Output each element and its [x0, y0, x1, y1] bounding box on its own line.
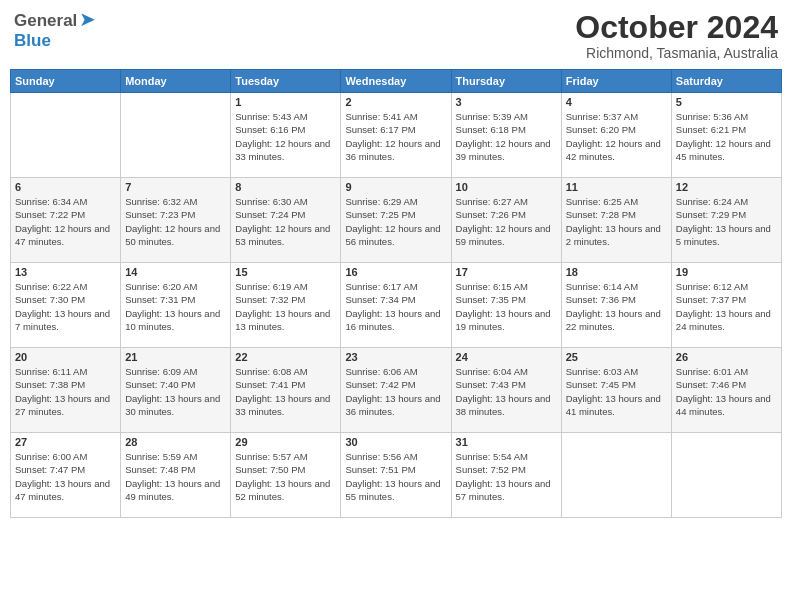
day-number: 8: [235, 181, 336, 193]
day-info: Sunrise: 6:08 AMSunset: 7:41 PMDaylight:…: [235, 365, 336, 418]
calendar-day-cell: 13Sunrise: 6:22 AMSunset: 7:30 PMDayligh…: [11, 263, 121, 348]
calendar-day-cell: 10Sunrise: 6:27 AMSunset: 7:26 PMDayligh…: [451, 178, 561, 263]
title-area: October 2024 Richmond, Tasmania, Austral…: [575, 10, 778, 61]
weekday-header-tuesday: Tuesday: [231, 70, 341, 93]
calendar-day-cell: 29Sunrise: 5:57 AMSunset: 7:50 PMDayligh…: [231, 433, 341, 518]
location: Richmond, Tasmania, Australia: [575, 45, 778, 61]
calendar-day-cell: [11, 93, 121, 178]
calendar-day-cell: 12Sunrise: 6:24 AMSunset: 7:29 PMDayligh…: [671, 178, 781, 263]
calendar-day-cell: 27Sunrise: 6:00 AMSunset: 7:47 PMDayligh…: [11, 433, 121, 518]
calendar-week-5: 27Sunrise: 6:00 AMSunset: 7:47 PMDayligh…: [11, 433, 782, 518]
calendar-day-cell: 17Sunrise: 6:15 AMSunset: 7:35 PMDayligh…: [451, 263, 561, 348]
day-number: 9: [345, 181, 446, 193]
calendar-day-cell: 3Sunrise: 5:39 AMSunset: 6:18 PMDaylight…: [451, 93, 561, 178]
day-number: 1: [235, 96, 336, 108]
day-number: 21: [125, 351, 226, 363]
day-number: 16: [345, 266, 446, 278]
calendar-day-cell: 5Sunrise: 5:36 AMSunset: 6:21 PMDaylight…: [671, 93, 781, 178]
day-info: Sunrise: 6:04 AMSunset: 7:43 PMDaylight:…: [456, 365, 557, 418]
day-info: Sunrise: 6:30 AMSunset: 7:24 PMDaylight:…: [235, 195, 336, 248]
day-number: 31: [456, 436, 557, 448]
day-info: Sunrise: 6:09 AMSunset: 7:40 PMDaylight:…: [125, 365, 226, 418]
calendar-day-cell: 20Sunrise: 6:11 AMSunset: 7:38 PMDayligh…: [11, 348, 121, 433]
day-info: Sunrise: 6:17 AMSunset: 7:34 PMDaylight:…: [345, 280, 446, 333]
day-info: Sunrise: 5:43 AMSunset: 6:16 PMDaylight:…: [235, 110, 336, 163]
day-number: 18: [566, 266, 667, 278]
day-info: Sunrise: 6:27 AMSunset: 7:26 PMDaylight:…: [456, 195, 557, 248]
day-number: 3: [456, 96, 557, 108]
day-number: 29: [235, 436, 336, 448]
day-number: 26: [676, 351, 777, 363]
calendar-day-cell: [561, 433, 671, 518]
day-number: 15: [235, 266, 336, 278]
day-number: 27: [15, 436, 116, 448]
calendar-day-cell: 18Sunrise: 6:14 AMSunset: 7:36 PMDayligh…: [561, 263, 671, 348]
calendar-day-cell: 1Sunrise: 5:43 AMSunset: 6:16 PMDaylight…: [231, 93, 341, 178]
logo-bird-icon: ➤: [79, 7, 96, 31]
day-number: 10: [456, 181, 557, 193]
day-info: Sunrise: 5:36 AMSunset: 6:21 PMDaylight:…: [676, 110, 777, 163]
day-info: Sunrise: 6:34 AMSunset: 7:22 PMDaylight:…: [15, 195, 116, 248]
day-info: Sunrise: 6:03 AMSunset: 7:45 PMDaylight:…: [566, 365, 667, 418]
calendar-table: SundayMondayTuesdayWednesdayThursdayFrid…: [10, 69, 782, 518]
calendar-day-cell: 26Sunrise: 6:01 AMSunset: 7:46 PMDayligh…: [671, 348, 781, 433]
calendar-day-cell: 21Sunrise: 6:09 AMSunset: 7:40 PMDayligh…: [121, 348, 231, 433]
day-number: 12: [676, 181, 777, 193]
calendar-day-cell: [121, 93, 231, 178]
day-number: 24: [456, 351, 557, 363]
calendar-day-cell: 8Sunrise: 6:30 AMSunset: 7:24 PMDaylight…: [231, 178, 341, 263]
logo-general: General: [14, 11, 77, 31]
calendar-day-cell: 15Sunrise: 6:19 AMSunset: 7:32 PMDayligh…: [231, 263, 341, 348]
day-info: Sunrise: 6:20 AMSunset: 7:31 PMDaylight:…: [125, 280, 226, 333]
day-info: Sunrise: 5:54 AMSunset: 7:52 PMDaylight:…: [456, 450, 557, 503]
weekday-header-thursday: Thursday: [451, 70, 561, 93]
day-info: Sunrise: 5:39 AMSunset: 6:18 PMDaylight:…: [456, 110, 557, 163]
page-header: General ➤ Blue October 2024 Richmond, Ta…: [10, 10, 782, 61]
day-number: 13: [15, 266, 116, 278]
calendar-header-row: SundayMondayTuesdayWednesdayThursdayFrid…: [11, 70, 782, 93]
calendar-day-cell: 6Sunrise: 6:34 AMSunset: 7:22 PMDaylight…: [11, 178, 121, 263]
calendar-day-cell: 16Sunrise: 6:17 AMSunset: 7:34 PMDayligh…: [341, 263, 451, 348]
calendar-day-cell: 19Sunrise: 6:12 AMSunset: 7:37 PMDayligh…: [671, 263, 781, 348]
day-info: Sunrise: 6:01 AMSunset: 7:46 PMDaylight:…: [676, 365, 777, 418]
calendar-day-cell: 25Sunrise: 6:03 AMSunset: 7:45 PMDayligh…: [561, 348, 671, 433]
day-number: 19: [676, 266, 777, 278]
day-info: Sunrise: 6:11 AMSunset: 7:38 PMDaylight:…: [15, 365, 116, 418]
calendar-week-2: 6Sunrise: 6:34 AMSunset: 7:22 PMDaylight…: [11, 178, 782, 263]
day-number: 25: [566, 351, 667, 363]
calendar-day-cell: 24Sunrise: 6:04 AMSunset: 7:43 PMDayligh…: [451, 348, 561, 433]
day-info: Sunrise: 6:14 AMSunset: 7:36 PMDaylight:…: [566, 280, 667, 333]
calendar-day-cell: 9Sunrise: 6:29 AMSunset: 7:25 PMDaylight…: [341, 178, 451, 263]
day-info: Sunrise: 6:29 AMSunset: 7:25 PMDaylight:…: [345, 195, 446, 248]
calendar-day-cell: 28Sunrise: 5:59 AMSunset: 7:48 PMDayligh…: [121, 433, 231, 518]
day-info: Sunrise: 6:12 AMSunset: 7:37 PMDaylight:…: [676, 280, 777, 333]
calendar-day-cell: 2Sunrise: 5:41 AMSunset: 6:17 PMDaylight…: [341, 93, 451, 178]
day-info: Sunrise: 6:25 AMSunset: 7:28 PMDaylight:…: [566, 195, 667, 248]
calendar-day-cell: 7Sunrise: 6:32 AMSunset: 7:23 PMDaylight…: [121, 178, 231, 263]
day-info: Sunrise: 5:57 AMSunset: 7:50 PMDaylight:…: [235, 450, 336, 503]
day-number: 5: [676, 96, 777, 108]
day-number: 17: [456, 266, 557, 278]
day-number: 28: [125, 436, 226, 448]
day-number: 2: [345, 96, 446, 108]
day-number: 14: [125, 266, 226, 278]
day-info: Sunrise: 6:06 AMSunset: 7:42 PMDaylight:…: [345, 365, 446, 418]
calendar-day-cell: 11Sunrise: 6:25 AMSunset: 7:28 PMDayligh…: [561, 178, 671, 263]
weekday-header-friday: Friday: [561, 70, 671, 93]
calendar-day-cell: 31Sunrise: 5:54 AMSunset: 7:52 PMDayligh…: [451, 433, 561, 518]
day-info: Sunrise: 5:56 AMSunset: 7:51 PMDaylight:…: [345, 450, 446, 503]
calendar-day-cell: 4Sunrise: 5:37 AMSunset: 6:20 PMDaylight…: [561, 93, 671, 178]
logo: General ➤ Blue: [14, 10, 96, 51]
day-info: Sunrise: 5:59 AMSunset: 7:48 PMDaylight:…: [125, 450, 226, 503]
calendar-week-3: 13Sunrise: 6:22 AMSunset: 7:30 PMDayligh…: [11, 263, 782, 348]
weekday-header-sunday: Sunday: [11, 70, 121, 93]
day-info: Sunrise: 6:24 AMSunset: 7:29 PMDaylight:…: [676, 195, 777, 248]
day-number: 30: [345, 436, 446, 448]
day-number: 4: [566, 96, 667, 108]
day-info: Sunrise: 6:22 AMSunset: 7:30 PMDaylight:…: [15, 280, 116, 333]
calendar-week-1: 1Sunrise: 5:43 AMSunset: 6:16 PMDaylight…: [11, 93, 782, 178]
day-number: 20: [15, 351, 116, 363]
calendar-day-cell: 30Sunrise: 5:56 AMSunset: 7:51 PMDayligh…: [341, 433, 451, 518]
month-title: October 2024: [575, 10, 778, 45]
calendar-day-cell: 14Sunrise: 6:20 AMSunset: 7:31 PMDayligh…: [121, 263, 231, 348]
